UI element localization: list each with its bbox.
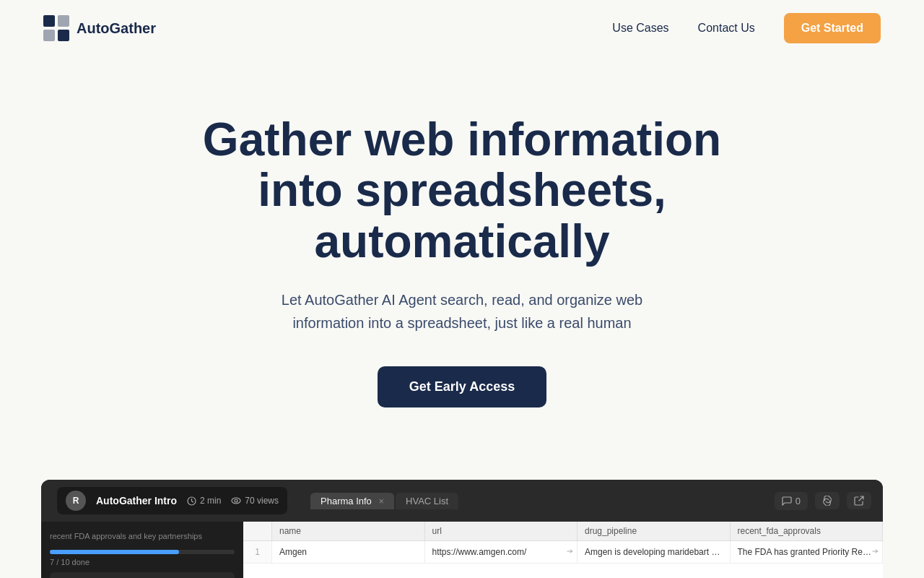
row-num: 1 xyxy=(243,541,272,563)
cell-name: Amgen xyxy=(272,541,425,563)
cell-drug-pipeline: Amgen is developing maridebart cafraglut… xyxy=(578,541,731,563)
header-row-num xyxy=(243,522,272,540)
nav-use-cases[interactable]: Use Cases xyxy=(612,22,668,35)
external-link-icon xyxy=(854,496,864,506)
hero-subtitle: Let AutoGather AI Agent search, read, an… xyxy=(245,288,679,335)
clock-icon xyxy=(187,496,196,506)
cell-url-link-icon[interactable] xyxy=(565,547,572,557)
col-header-drug-pipeline: drug_pipeline xyxy=(578,522,731,540)
sidebar-message: I've automatically added columns based o… xyxy=(50,572,235,578)
nav-links: Use Cases Contact Us Get Started xyxy=(612,13,881,43)
preview-avatar: R xyxy=(66,491,86,511)
preview-window: R AutoGather Intro 2 min xyxy=(41,480,883,578)
preview-tab-hvac[interactable]: HVAC List xyxy=(396,493,458,509)
svg-point-6 xyxy=(235,499,237,502)
col-header-url: url xyxy=(425,522,578,540)
preview-right: 0 xyxy=(775,492,871,510)
col-header-name: name xyxy=(272,522,425,540)
progress-bar-fill xyxy=(50,550,179,554)
col-header-fda-approvals: recent_fda_approvals xyxy=(731,522,884,540)
preview-stat-time: 2 min xyxy=(187,496,221,506)
logo-icon xyxy=(43,15,69,41)
logo[interactable]: AutoGather xyxy=(43,15,156,41)
progress-label: 7 / 10 done xyxy=(50,558,235,566)
spreadsheet-sidebar: recent FDA approvals and key partnership… xyxy=(41,522,243,578)
spreadsheet-main: name url drug_pipeline recent_fda_approv… xyxy=(243,522,883,578)
logo-text: AutoGather xyxy=(77,20,156,37)
preview-topbar: R AutoGather Intro 2 min xyxy=(41,480,883,522)
svg-rect-1 xyxy=(58,15,69,27)
comment-icon xyxy=(782,496,792,506)
hero-section: Gather web information into spreadsheets… xyxy=(0,56,924,480)
nav-contact-us[interactable]: Contact Us xyxy=(698,22,755,35)
nav-get-started-button[interactable]: Get Started xyxy=(784,13,881,43)
preview-stat-views: 70 views xyxy=(231,496,279,506)
cell-fda-link-icon[interactable] xyxy=(871,547,878,557)
preview-tab-pharma-close[interactable]: × xyxy=(378,496,384,506)
preview-tabs: Pharma Info × HVAC List xyxy=(310,493,458,509)
spreadsheet-header: name url drug_pipeline recent_fda_approv… xyxy=(243,522,883,541)
preview-section: R AutoGather Intro 2 min xyxy=(0,480,924,578)
eye-icon xyxy=(231,497,241,504)
hero-get-early-access-button[interactable]: Get Early Access xyxy=(378,366,546,407)
preview-comment-button[interactable]: 0 xyxy=(775,492,808,510)
link-icon xyxy=(822,496,832,506)
spreadsheet-area: recent FDA approvals and key partnership… xyxy=(41,522,883,578)
svg-rect-0 xyxy=(43,15,55,27)
cell-url: https://www.amgen.com/ xyxy=(425,541,578,563)
preview-left: R AutoGather Intro 2 min xyxy=(53,487,458,514)
svg-point-5 xyxy=(232,498,240,504)
preview-tab-pharma[interactable]: Pharma Info × xyxy=(310,493,394,509)
preview-window-title: AutoGather Intro xyxy=(96,495,177,506)
svg-rect-2 xyxy=(43,30,55,41)
hero-title: Gather web information into spreadsheets… xyxy=(137,114,787,267)
preview-info-card: R AutoGather Intro 2 min xyxy=(57,487,287,514)
navbar: AutoGather Use Cases Contact Us Get Star… xyxy=(0,0,924,56)
table-row: 1 Amgen https://www.amgen.com/ Amgen is … xyxy=(243,541,883,564)
cell-fda-approvals: The FDA has granted Priority Review for … xyxy=(731,541,884,563)
svg-rect-3 xyxy=(58,30,69,41)
progress-bar xyxy=(50,550,235,554)
preview-external-button[interactable] xyxy=(847,492,871,509)
preview-link-button[interactable] xyxy=(815,492,840,509)
sidebar-note: recent FDA approvals and key partnership… xyxy=(50,530,235,543)
